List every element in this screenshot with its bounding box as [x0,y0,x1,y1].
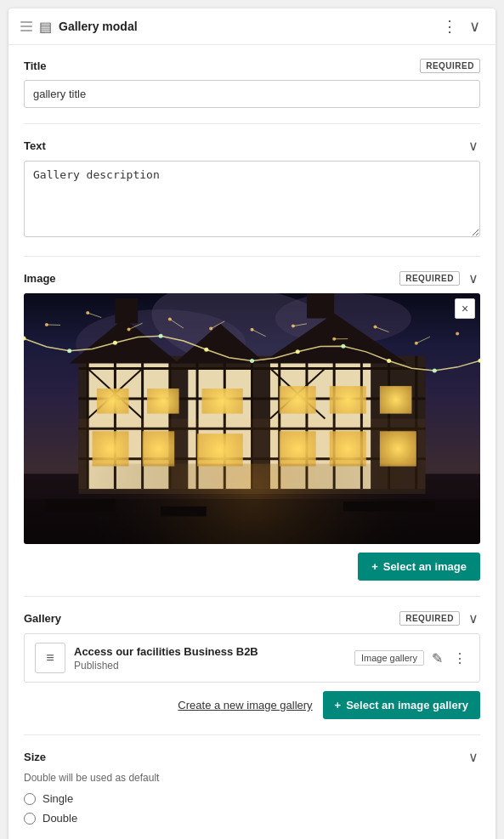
select-image-plus-icon: + [371,560,378,573]
gallery-modal-icon: ▤ [39,19,52,35]
gallery-more-button[interactable]: ⋮ [450,649,469,668]
image-preview [24,293,480,544]
gallery-field-header: Gallery REQUIRED ∨ [24,610,480,626]
select-gallery-plus-icon: + [335,699,342,711]
drag-handle[interactable] [20,21,32,31]
size-field-header: Size ∨ [24,749,480,765]
collapse-card-button[interactable]: ∨ [466,17,484,36]
title-field-header: Title REQUIRED [24,59,480,73]
gallery-type-badge: Image gallery [354,650,424,666]
gallery-required-badge: REQUIRED [399,611,460,626]
card-body: Title REQUIRED Text ∨ Gallery descriptio… [8,45,496,839]
image-field-right: REQUIRED ∨ [399,270,480,286]
gallery-item: ≡ Access our facilities Business B2B Pub… [24,633,480,683]
title-section: Title REQUIRED [24,59,480,108]
edit-gallery-button[interactable]: ✎ [429,649,445,668]
gallery-item-status: Published [74,660,346,672]
gallery-item-actions: Image gallery ✎ ⋮ [354,649,469,668]
title-required-badge: REQUIRED [420,59,480,73]
image-required-badge: REQUIRED [399,271,460,286]
title-label: Title [24,60,47,72]
divider-3 [24,596,480,597]
text-section: Text ∨ Gallery description [24,138,480,241]
size-collapse-button[interactable]: ∨ [467,749,480,765]
text-textarea[interactable]: Gallery description [24,161,480,237]
header-actions: ⋮ ∨ [439,17,484,36]
text-label: Text [24,139,46,152]
text-field-right: ∨ [467,138,480,154]
gallery-footer: Create a new image gallery + Select an i… [24,691,480,719]
title-input[interactable] [24,80,480,108]
title-field-right: REQUIRED [420,59,480,73]
size-single-option[interactable]: Single [24,792,480,805]
more-options-button[interactable]: ⋮ [439,17,461,36]
image-collapse-button[interactable]: ∨ [467,270,480,286]
image-label: Image [24,272,56,285]
card-header: ▤ Gallery modal ⋮ ∨ [8,9,496,45]
gallery-field-right: REQUIRED ∨ [399,610,480,626]
select-gallery-button[interactable]: + Select an image gallery [323,691,480,719]
gallery-label: Gallery [24,612,61,625]
image-field-header: Image REQUIRED ∨ [24,270,480,286]
size-single-radio[interactable] [24,793,36,805]
building-canvas [24,293,480,544]
size-double-radio[interactable] [24,813,36,825]
list-icon: ≡ [46,650,54,666]
text-field-header: Text ∨ [24,138,480,154]
gallery-collapse-button[interactable]: ∨ [467,610,480,626]
card-title: Gallery modal [59,20,432,33]
size-section: Size ∨ Double will be used as default Si… [24,749,480,825]
divider-1 [24,123,480,124]
gallery-section: Gallery REQUIRED ∨ ≡ Access our faciliti… [24,610,480,719]
select-image-button[interactable]: + Select an image [358,553,480,581]
gallery-item-icon: ≡ [35,643,65,673]
size-description: Double will be used as default [24,772,480,784]
image-section: Image REQUIRED ∨ × + Select an image [24,270,480,581]
size-double-option[interactable]: Double [24,812,480,825]
divider-4 [24,734,480,735]
text-collapse-button[interactable]: ∨ [467,138,480,154]
size-double-label: Double [42,812,77,825]
select-image-label: Select an image [383,560,467,573]
gallery-item-info: Access our facilities Business B2B Publi… [74,645,346,672]
select-gallery-label: Select an image gallery [346,699,468,711]
gallery-modal-card: ▤ Gallery modal ⋮ ∨ Title REQUIRED Text [8,9,496,839]
image-actions: + Select an image [24,553,480,581]
image-close-button[interactable]: × [455,298,475,319]
create-gallery-link[interactable]: Create a new image gallery [178,699,312,711]
size-radio-group: Single Double [24,792,480,825]
size-label: Size [24,751,46,763]
gallery-item-name: Access our facilities Business B2B [74,645,346,658]
divider-2 [24,256,480,257]
image-wrapper: × [24,293,480,544]
size-single-label: Single [42,792,73,805]
